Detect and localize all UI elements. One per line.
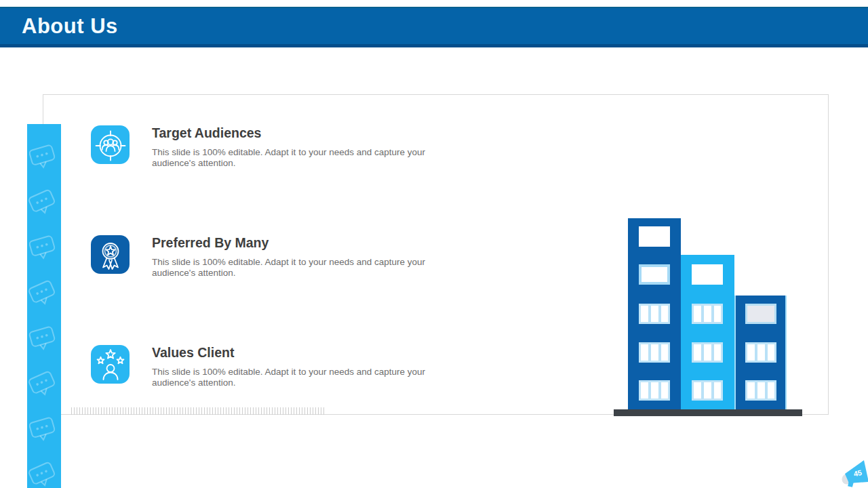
item-title: Target Audiences [152,125,458,141]
item-description: This slide is 100% editable. Adapt it to… [152,257,458,279]
slide-header: About Us [0,7,868,47]
feature-item-preferred-by-many: Preferred By Many This slide is 100% edi… [91,235,458,279]
target-audience-icon [91,125,130,164]
person-stars-icon [91,345,130,384]
item-title: Preferred By Many [152,235,458,251]
chat-bubble-watermark-icon [27,276,61,312]
item-description: This slide is 100% editable. Adapt it to… [152,147,458,169]
chat-bubble-watermark-icon [27,413,61,447]
slide-number: 45 [853,468,863,478]
ruler-tick-strip [71,407,326,415]
chat-bubble-watermark-icon [27,323,61,356]
accent-stripe [27,124,61,488]
chat-bubble-watermark-icon [27,141,61,174]
slide: About Us [0,0,868,488]
award-ribbon-icon [91,235,130,274]
megaphone-slide-number-badge: 45 [841,458,868,488]
chat-bubble-watermark-icon [27,458,61,488]
item-description: This slide is 100% editable. Adapt it to… [152,367,458,388]
chat-bubble-watermark-icon [27,185,61,221]
slide-title: About Us [22,14,118,39]
feature-item-target-audiences: Target Audiences This slide is 100% edit… [91,125,458,169]
feature-item-values-client: Values Client This slide is 100% editabl… [91,345,458,388]
item-title: Values Client [152,345,458,361]
chat-bubble-watermark-icon [27,232,61,265]
chat-bubble-watermark-icon [27,367,61,403]
